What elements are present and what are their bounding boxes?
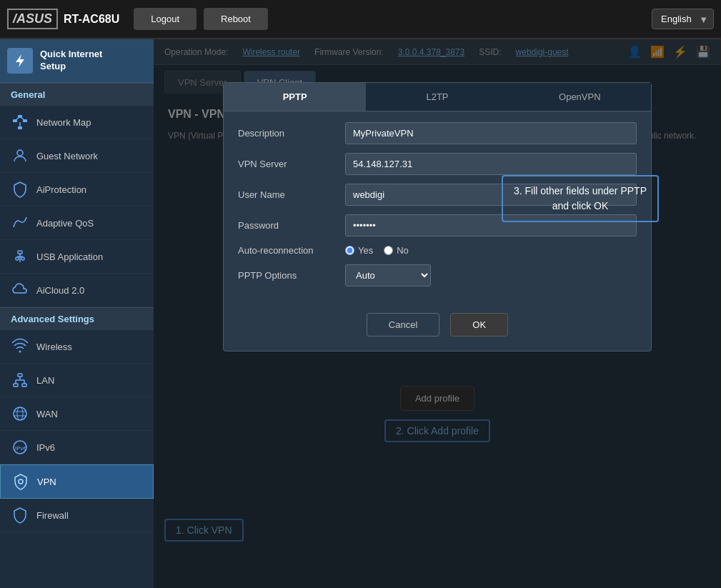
ok-button[interactable]: OK — [450, 313, 508, 337]
password-label: Password — [238, 220, 345, 231]
wireless-icon — [11, 337, 29, 356]
cancel-button[interactable]: Cancel — [367, 313, 439, 337]
svg-rect-17 — [22, 384, 26, 387]
sidebar-item-lan[interactable]: LAN — [0, 364, 154, 397]
vpn-icon — [11, 472, 30, 491]
sidebar-label-firewall: Firewall — [36, 510, 69, 521]
auto-reconnect-group: Yes No — [345, 245, 409, 256]
svg-point-23 — [17, 407, 23, 420]
sidebar-label-aiprotection: AiProtection — [36, 184, 86, 195]
sidebar-label-wan: WAN — [36, 409, 58, 419]
sidebar-item-wan[interactable]: WAN — [0, 397, 154, 431]
pptp-options-select[interactable]: Auto — [345, 264, 431, 286]
sidebar-item-wireless[interactable]: Wireless — [0, 330, 154, 364]
sidebar-item-vpn[interactable]: VPN — [0, 464, 154, 499]
general-section: General — [0, 83, 154, 106]
modal-tab-l2tp[interactable]: L2TP — [366, 83, 508, 111]
username-label: User Name — [238, 189, 345, 200]
header: /ASUS RT-AC68U Logout Reboot English ▼ — [0, 0, 721, 39]
aiprotection-icon — [11, 180, 29, 199]
modal-tab-pptp[interactable]: PPTP — [224, 83, 366, 111]
auto-no-radio[interactable] — [384, 246, 393, 255]
quick-setup-icon — [7, 48, 33, 74]
sidebar-item-usb-application[interactable]: USB Application — [0, 240, 154, 274]
ipv6-icon: IPv6 — [11, 438, 29, 457]
auto-no-label[interactable]: No — [384, 245, 409, 256]
network-map-icon — [11, 113, 29, 131]
quick-setup[interactable]: Quick InternetSetup — [0, 39, 154, 83]
guest-network-icon — [11, 146, 29, 165]
sidebar-label-ipv6: IPv6 — [36, 442, 55, 453]
usb-icon — [11, 247, 29, 266]
sidebar-item-network-map[interactable]: Network Map — [0, 106, 154, 139]
vpn-server-input[interactable] — [345, 153, 637, 175]
header-right: English ▼ — [652, 9, 714, 29]
modal-tab-openvpn[interactable]: OpenVPN — [509, 83, 651, 111]
svg-point-28 — [19, 479, 23, 484]
description-label: Description — [238, 128, 345, 139]
logo: /ASUS RT-AC68U — [7, 9, 119, 29]
svg-rect-15 — [18, 374, 22, 377]
reboot-button[interactable]: Reboot — [204, 8, 268, 30]
svg-rect-16 — [14, 384, 18, 387]
adaptive-qos-icon — [11, 214, 29, 232]
svg-point-12 — [16, 257, 19, 260]
sidebar-item-firewall[interactable]: Firewall — [0, 499, 154, 532]
svg-point-13 — [21, 257, 24, 260]
sidebar-label-vpn: VPN — [37, 477, 56, 487]
advanced-section: Advanced Settings — [0, 307, 154, 330]
wan-icon — [11, 404, 29, 423]
modal-wrapper: PPTP L2TP OpenVPN Description VPN Server… — [223, 82, 652, 352]
modal-tabs: PPTP L2TP OpenVPN — [224, 83, 651, 111]
quick-setup-label: Quick InternetSetup — [40, 49, 102, 73]
svg-point-14 — [19, 351, 21, 353]
auto-yes-label[interactable]: Yes — [345, 245, 373, 256]
sidebar-item-aicloud[interactable]: AiCloud 2.0 — [0, 274, 154, 307]
auto-yes-text: Yes — [358, 245, 373, 256]
sidebar-item-adaptive-qos[interactable]: Adaptive QoS — [0, 206, 154, 240]
lightning-icon — [12, 53, 28, 69]
language-select[interactable]: English — [652, 9, 714, 29]
aicloud-icon — [11, 281, 29, 299]
sidebar-item-guest-network[interactable]: Guest Network — [0, 139, 154, 173]
logout-button[interactable]: Logout — [134, 8, 197, 30]
header-nav: Logout Reboot — [134, 8, 652, 30]
logo-model: RT-AC68U — [64, 13, 119, 26]
auto-yes-radio[interactable] — [345, 246, 354, 255]
sidebar-label-adaptive-qos: Adaptive QoS — [36, 218, 94, 229]
sidebar-label-aicloud: AiCloud 2.0 — [36, 285, 84, 296]
logo-asus: /ASUS — [7, 9, 58, 29]
firewall-icon — [11, 506, 29, 524]
sidebar-label-wireless: Wireless — [36, 342, 72, 352]
auto-no-text: No — [397, 245, 409, 256]
svg-point-22 — [14, 407, 26, 420]
step3-callout: 3. Fill other fields under PPTP and clic… — [502, 175, 659, 222]
pptp-options-label: PPTP Options — [238, 270, 345, 281]
svg-line-5 — [15, 116, 20, 121]
sidebar-label-lan: LAN — [36, 375, 54, 386]
description-row: Description — [238, 122, 637, 144]
sidebar-label-guest-network: Guest Network — [36, 151, 98, 161]
sidebar-label-usb-application: USB Application — [36, 251, 103, 262]
vpn-server-label: VPN Server — [238, 159, 345, 169]
svg-line-6 — [20, 116, 25, 121]
vpn-server-row: VPN Server — [238, 153, 637, 175]
sidebar-item-ipv6[interactable]: IPv6 IPv6 — [0, 431, 154, 464]
auto-reconnect-label: Auto-reconnection — [238, 245, 345, 256]
language-selector[interactable]: English ▼ — [652, 9, 714, 29]
pptp-options-row: PPTP Options Auto — [238, 264, 637, 286]
svg-marker-0 — [16, 54, 24, 67]
svg-rect-9 — [18, 251, 22, 254]
sidebar-item-aiprotection[interactable]: AiProtection — [0, 173, 154, 206]
svg-point-8 — [17, 150, 23, 156]
auto-reconnect-row: Auto-reconnection Yes No — [238, 245, 637, 256]
sidebar: Quick InternetSetup General Network Map … — [0, 39, 154, 588]
description-input[interactable] — [345, 122, 637, 144]
modal-overlay: PPTP L2TP OpenVPN Description VPN Server… — [154, 39, 721, 588]
modal-footer: Cancel OK — [224, 306, 651, 337]
lan-icon — [11, 371, 29, 389]
svg-text:IPv6: IPv6 — [15, 445, 27, 452]
sidebar-label-network-map: Network Map — [36, 117, 91, 128]
